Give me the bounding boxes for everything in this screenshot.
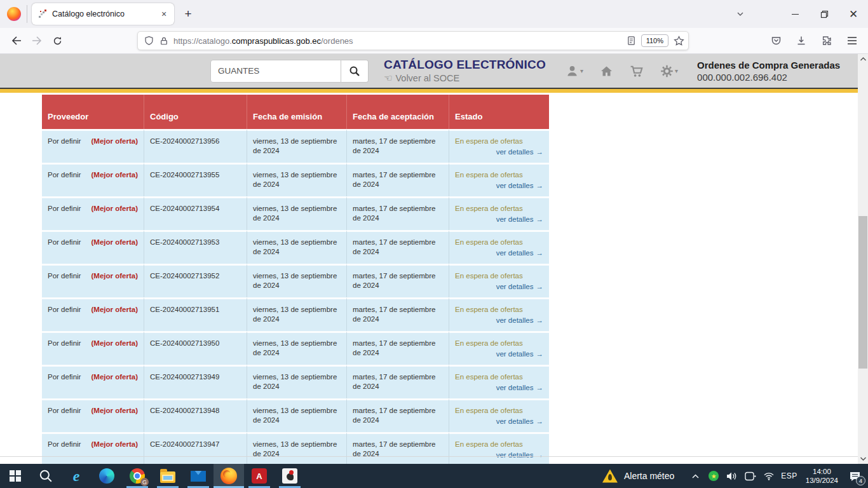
accept-date: martes, 17 de septiembre de 2024 <box>347 264 449 297</box>
arrow-right-icon: → <box>536 384 544 391</box>
zoom-level-indicator[interactable]: 110% <box>641 34 668 47</box>
header-fecha-emision: Fecha de emisión <box>247 95 347 129</box>
list-all-tabs-button[interactable] <box>726 0 755 28</box>
new-tab-button[interactable]: + <box>179 4 198 24</box>
restore-button[interactable] <box>810 0 839 28</box>
back-button[interactable] <box>6 31 27 50</box>
table-row: Por definir(Mejor oferta) CE-20240002713… <box>42 264 549 297</box>
volume-button[interactable] <box>726 468 738 484</box>
internet-explorer-button[interactable]: e <box>61 464 92 488</box>
scroll-up-arrow[interactable] <box>858 54 868 64</box>
mail-button[interactable] <box>183 464 214 488</box>
ver-detalles-link[interactable]: ver detalles <box>496 283 534 290</box>
reload-button[interactable] <box>47 31 67 50</box>
ver-detalles-link[interactable]: ver detalles <box>496 316 534 324</box>
downloads-icon[interactable] <box>792 31 811 50</box>
network-button[interactable] <box>763 468 775 484</box>
antivirus-tray-button[interactable]: ★ <box>707 468 720 484</box>
internet-explorer-icon: e <box>73 468 80 485</box>
ver-detalles-link[interactable]: ver detalles <box>496 451 534 459</box>
page-content: CATÁLOGO ELECTRÓNICO ☜ Volver al SOCE ▾ <box>0 54 858 464</box>
page-scrollbar[interactable] <box>858 54 868 464</box>
user-menu-button[interactable]: ▾ <box>566 65 583 78</box>
tray-expand-button[interactable] <box>689 468 702 484</box>
back-to-soce-link[interactable]: ☜ Volver al SOCE <box>384 72 543 84</box>
forward-button[interactable] <box>27 31 47 50</box>
settings-menu-button[interactable]: ▾ <box>660 65 678 78</box>
ver-detalles-link[interactable]: ver detalles <box>496 350 534 358</box>
table-row: Por definir(Mejor oferta) CE-20240002713… <box>42 331 549 365</box>
tab-close-icon[interactable]: × <box>158 8 170 20</box>
url-bar[interactable]: https://catalogo.compraspublicas.gob.ec/… <box>137 31 689 50</box>
weather-alert-widget[interactable]: Alerta méteo <box>602 470 674 483</box>
home-button[interactable] <box>600 65 613 78</box>
arrow-right-icon: → <box>536 283 544 290</box>
app-button[interactable] <box>275 464 305 488</box>
extensions-puzzle-icon[interactable] <box>817 31 836 50</box>
weather-alert-text: Alerta méteo <box>624 471 674 481</box>
user-icon <box>566 65 579 78</box>
home-icon <box>600 65 613 78</box>
edge-button[interactable] <box>92 464 122 488</box>
cart-icon <box>630 65 644 78</box>
tracking-shield-icon[interactable] <box>144 36 154 46</box>
taskbar-search-button[interactable] <box>31 464 61 488</box>
pocket-icon[interactable] <box>766 31 785 50</box>
firefox-button[interactable] <box>214 464 244 488</box>
provider-text: Por definir <box>48 372 81 382</box>
wifi-icon <box>763 471 775 480</box>
search-button[interactable] <box>341 60 369 83</box>
notification-count-badge: 4 <box>856 476 865 485</box>
bookmark-star-icon[interactable] <box>674 36 684 46</box>
browser-tab[interactable]: Catálogo electrónico × <box>32 3 174 25</box>
meet-now-button[interactable] <box>744 468 757 484</box>
account-summary: Ordenes de Compra Generadas 000.000.002.… <box>697 59 840 83</box>
reader-view-icon[interactable] <box>627 36 636 46</box>
issue-date: viernes, 13 de septiembre de 2024 <box>247 432 347 464</box>
issue-date: viernes, 13 de septiembre de 2024 <box>247 163 347 196</box>
scroll-down-arrow[interactable] <box>858 454 868 464</box>
ver-detalles-link[interactable]: ver detalles <box>496 182 534 189</box>
ver-detalles-link[interactable]: ver detalles <box>496 249 534 257</box>
speaker-icon <box>726 471 738 481</box>
ver-detalles-link[interactable]: ver detalles <box>496 417 534 425</box>
issue-date: viernes, 13 de septiembre de 2024 <box>247 129 347 163</box>
provider-text: Por definir <box>48 339 81 348</box>
status-text: En espera de ofertas <box>455 440 543 449</box>
search-icon <box>349 65 360 77</box>
chrome-button[interactable]: G <box>122 464 153 488</box>
browser-titlebar: Catálogo electrónico × + ✕ <box>0 0 868 28</box>
status-text: En espera de ofertas <box>455 372 543 382</box>
issue-date: viernes, 13 de septiembre de 2024 <box>247 398 347 432</box>
accept-date: martes, 17 de septiembre de 2024 <box>347 297 449 331</box>
close-window-button[interactable]: ✕ <box>839 0 868 28</box>
status-text: En espera de ofertas <box>455 305 543 315</box>
menu-hamburger-icon[interactable] <box>843 31 862 50</box>
clock-time: 14:00 <box>806 467 838 476</box>
minimize-button[interactable] <box>780 0 810 28</box>
acrobat-button[interactable]: A <box>244 464 275 488</box>
ver-detalles-link[interactable]: ver detalles <box>496 148 534 156</box>
issue-date: viernes, 13 de septiembre de 2024 <box>247 230 347 264</box>
ver-detalles-link[interactable]: ver detalles <box>496 215 534 223</box>
search-input[interactable] <box>210 60 341 83</box>
account-title: Ordenes de Compra Generadas <box>697 59 840 71</box>
clock-widget[interactable]: 14:00 13/9/2024 <box>803 467 841 485</box>
arrow-right-icon: → <box>536 350 544 358</box>
accept-date: martes, 17 de septiembre de 2024 <box>347 398 449 432</box>
file-explorer-button[interactable] <box>153 464 183 488</box>
scrollbar-thumb[interactable] <box>858 216 867 369</box>
order-code: CE-20240002713950 <box>144 331 247 365</box>
warning-triangle-icon <box>602 470 618 483</box>
best-offer-text: (Mejor oferta) <box>92 271 138 281</box>
cart-button[interactable] <box>630 65 644 78</box>
accept-date: martes, 17 de septiembre de 2024 <box>347 196 449 230</box>
language-indicator[interactable]: ESP <box>781 471 797 480</box>
lock-icon[interactable] <box>159 36 168 46</box>
ver-detalles-link[interactable]: ver detalles <box>496 384 534 391</box>
arrow-right-icon: → <box>536 249 544 257</box>
header-codigo: Código <box>144 95 247 129</box>
notification-center-button[interactable]: 4 <box>846 468 863 484</box>
content-bottom-divider <box>0 456 858 457</box>
start-button[interactable] <box>0 464 31 488</box>
